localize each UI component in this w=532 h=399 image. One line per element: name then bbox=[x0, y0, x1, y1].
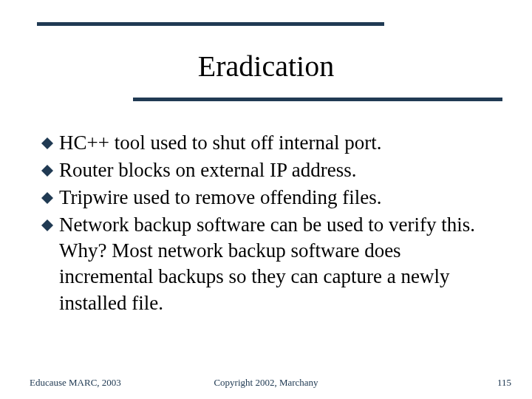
svg-marker-1 bbox=[41, 165, 53, 177]
svg-marker-2 bbox=[41, 192, 53, 204]
body-area: HC++ tool used to shut off internal port… bbox=[41, 130, 492, 318]
bullet-text: HC++ tool used to shut off internal port… bbox=[59, 130, 381, 156]
bullet-text: Router blocks on external IP address. bbox=[59, 157, 356, 183]
bullet-text: Network backup software can be used to v… bbox=[59, 212, 492, 316]
diamond-bullet-icon bbox=[41, 165, 53, 177]
slide-title: Eradication bbox=[0, 49, 532, 83]
top-rule bbox=[37, 22, 384, 26]
title-underline bbox=[133, 98, 502, 101]
svg-marker-0 bbox=[41, 137, 53, 149]
bullet-text: Tripwire used to remove offending files. bbox=[59, 185, 381, 211]
diamond-bullet-icon bbox=[41, 219, 53, 231]
list-item: Router blocks on external IP address. bbox=[41, 157, 492, 183]
page-number: 115 bbox=[497, 377, 511, 389]
diamond-bullet-icon bbox=[41, 192, 53, 204]
diamond-bullet-icon bbox=[41, 137, 53, 149]
list-item: Tripwire used to remove offending files. bbox=[41, 185, 492, 211]
svg-marker-3 bbox=[41, 219, 53, 231]
list-item: HC++ tool used to shut off internal port… bbox=[41, 130, 492, 156]
list-item: Network backup software can be used to v… bbox=[41, 212, 492, 316]
footer-center: Copyright 2002, Marchany bbox=[0, 377, 532, 389]
